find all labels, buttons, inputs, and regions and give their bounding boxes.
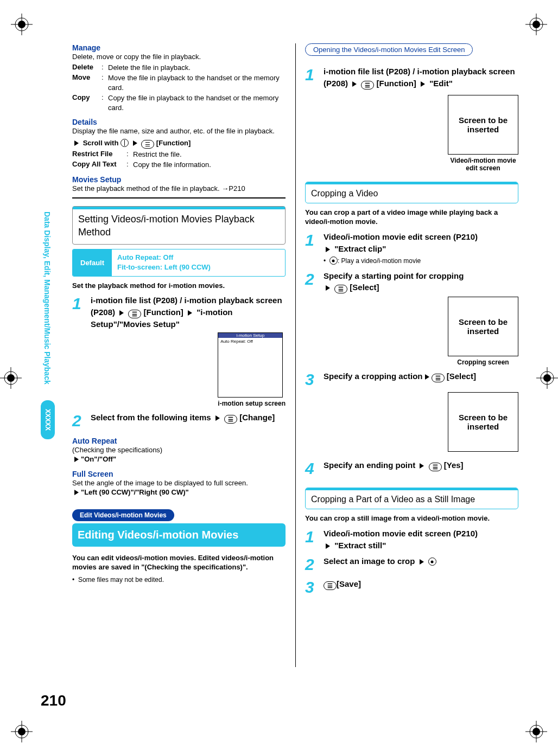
def-term: Copy All Text bbox=[72, 160, 126, 170]
step-1: 1 i-motion file list (P208) / i-motion p… bbox=[72, 294, 286, 330]
step-number: 4 bbox=[305, 459, 320, 478]
screenshot-placeholder: i-motion Setup Auto Repeat: Off bbox=[218, 332, 283, 398]
playback-method-title: Setting Videos/i-motion Movies Playback … bbox=[78, 213, 280, 239]
def-text: Delete the file in playback. bbox=[108, 63, 286, 73]
step-number: 2 bbox=[305, 555, 320, 574]
triangle-icon bbox=[119, 310, 124, 316]
softkey-icon: ☰ bbox=[361, 81, 374, 89]
crop-video-bullet: • : Play a video/i-motion movie bbox=[324, 257, 518, 265]
triangle-icon bbox=[326, 247, 330, 252]
screenshot-placeholder: Screen to be inserted bbox=[448, 95, 518, 155]
def-text: Restrict the file. bbox=[133, 150, 286, 159]
movies-setup-title: Movies Setup bbox=[72, 175, 286, 184]
def-term: Move bbox=[72, 73, 102, 92]
softkey-icon: ☰ bbox=[224, 415, 237, 424]
softkey-icon: ☰ bbox=[432, 374, 445, 382]
triangle-icon bbox=[326, 285, 330, 291]
sidebar: Data Display, Edit, Management/Music Pla… bbox=[41, 212, 55, 445]
playback-intro: Set the playback method for i-motion mov… bbox=[72, 281, 286, 291]
step-2: 2 Select an image to crop bbox=[305, 555, 518, 574]
screenshot-placeholder: Screen to be inserted bbox=[448, 392, 518, 452]
section-header: Cropping a Video bbox=[305, 182, 518, 203]
auto-repeat-sub: (Checking the specifications) bbox=[72, 445, 286, 455]
topic-title: Editing Videos/i-motion Movies bbox=[72, 523, 286, 547]
default-row: Default Auto Repeat: Off Fit-to-screen: … bbox=[72, 249, 286, 276]
step-number: 1 bbox=[72, 294, 87, 313]
triangle-icon bbox=[420, 463, 424, 469]
pill-header: Opening the Videos/i-motion Movies Edit … bbox=[305, 43, 473, 56]
step-number: 3 bbox=[305, 370, 320, 389]
column-divider bbox=[295, 43, 296, 667]
def-term: Delete bbox=[72, 63, 102, 73]
default-label: Default bbox=[73, 249, 112, 276]
triangle-icon bbox=[421, 81, 425, 87]
def-text: Move the file in playback to the handset… bbox=[108, 73, 286, 92]
center-key-icon bbox=[428, 558, 436, 566]
caption: Cropping screen bbox=[448, 358, 518, 366]
step-number: 3 bbox=[305, 578, 320, 597]
triangle-icon bbox=[215, 415, 220, 421]
manage-title: Manage bbox=[72, 43, 286, 52]
registration-mark bbox=[536, 367, 558, 389]
step-number: 2 bbox=[72, 412, 87, 430]
registration-mark bbox=[525, 721, 547, 742]
auto-repeat-opt: "On"/"Off" bbox=[72, 454, 286, 464]
right-column: Opening the Videos/i-motion Movies Edit … bbox=[305, 43, 518, 716]
step-2: 2 Specify a starting point for cropping … bbox=[305, 270, 518, 294]
registration-mark bbox=[11, 14, 33, 35]
movies-setup-desc: Set the playback method of the file in p… bbox=[72, 184, 286, 194]
sidebar-label: Data Display, Edit, Management/Music Pla… bbox=[43, 212, 52, 385]
step-2: 2 Select from the following items ☰ [Cha… bbox=[72, 412, 286, 430]
page-number: 210 bbox=[41, 692, 66, 709]
edit-desc: You can edit videos/i-motion movies. Edi… bbox=[72, 553, 286, 572]
softkey-icon: ☰ bbox=[429, 463, 442, 471]
triangle-icon bbox=[352, 81, 357, 87]
registration-mark bbox=[11, 721, 33, 742]
details-title: Details bbox=[72, 118, 286, 126]
full-screen-opt: "Left (90 CCW)"/"Right (90 CW)" bbox=[72, 488, 286, 497]
screenshot-placeholder: Screen to be inserted bbox=[448, 297, 518, 356]
page-body: Data Display, Edit, Management/Music Pla… bbox=[41, 43, 518, 716]
step-3: 3 ☰[Save] bbox=[305, 578, 518, 597]
step-1: 1 Video/i-motion movie edit screen (P210… bbox=[305, 231, 518, 255]
step-number: 1 bbox=[305, 528, 320, 546]
step-3: 3 Specify a cropping action☰ [Select] bbox=[305, 370, 518, 389]
triangle-icon bbox=[74, 140, 79, 146]
def-text: Copy the file information. bbox=[133, 160, 286, 170]
details-scroll: Scroll with ☰ [Function] bbox=[72, 138, 286, 149]
section-header: Cropping a Part of a Video as a Still Im… bbox=[305, 488, 518, 509]
dpad-icon bbox=[121, 139, 129, 147]
auto-repeat-title: Auto Repeat bbox=[72, 437, 286, 445]
softkey-icon: ☰ bbox=[324, 581, 337, 590]
def-term: Restrict File bbox=[72, 150, 126, 159]
def-text: Copy the file in playback to the handset… bbox=[108, 93, 286, 112]
default-value: Fit-to-screen: Left (90 CCW) bbox=[117, 262, 211, 272]
softkey-icon: ☰ bbox=[334, 285, 347, 293]
full-screen-title: Full Screen bbox=[72, 470, 286, 478]
manage-desc: Delete, move or copy the file in playbac… bbox=[72, 52, 286, 62]
triangle-icon bbox=[326, 543, 330, 549]
step-1: 1 i-motion file list (P208) / i-motion p… bbox=[305, 66, 518, 89]
crop-still-desc: You can crop a still image from a video/… bbox=[305, 514, 518, 523]
details-desc: Display the file name, size and author, … bbox=[72, 126, 286, 136]
registration-mark bbox=[0, 367, 22, 389]
crop-video-desc: You can crop a part of a video image whi… bbox=[305, 208, 518, 227]
step-4: 4 Specify an ending point ☰ [Yes] bbox=[305, 459, 518, 478]
step-number: 2 bbox=[305, 270, 320, 289]
step-number: 1 bbox=[305, 231, 320, 249]
left-column: Manage Delete, move or copy the file in … bbox=[72, 43, 286, 716]
triangle-icon bbox=[420, 559, 424, 565]
default-value: Auto Repeat: Off bbox=[117, 253, 211, 262]
triangle-icon bbox=[133, 140, 137, 146]
edit-note: • Some files may not be edited. bbox=[72, 575, 286, 584]
registration-mark bbox=[525, 14, 547, 35]
separator bbox=[72, 197, 286, 198]
section-title-box: Setting Videos/i-motion Movies Playback … bbox=[72, 206, 286, 245]
full-screen-sub: Set the angle of the image to be display… bbox=[72, 478, 286, 488]
center-key-icon bbox=[329, 257, 338, 265]
sidebar-tag: XXXXX bbox=[41, 400, 55, 439]
caption: i-motion setup screen bbox=[218, 400, 286, 407]
triangle-icon bbox=[188, 310, 192, 316]
softkey-icon: ☰ bbox=[141, 140, 154, 149]
triangle-icon bbox=[425, 374, 429, 380]
